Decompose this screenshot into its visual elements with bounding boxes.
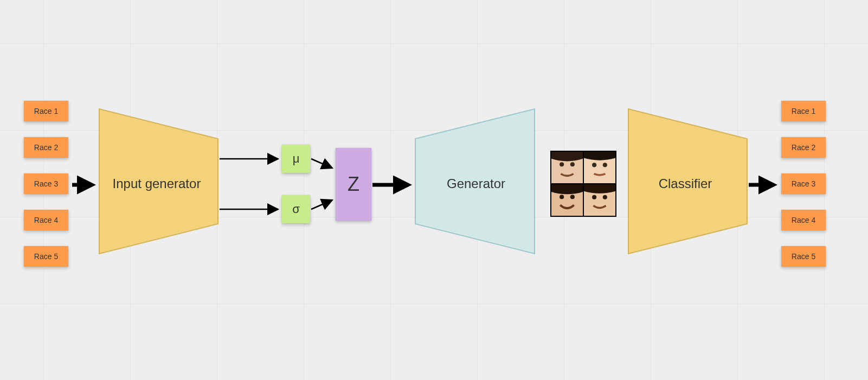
svg-point-11 [570, 195, 575, 199]
input-label-3: Race 3 [24, 173, 68, 194]
output-label-3: Race 3 [781, 173, 826, 194]
output-label-5: Race 5 [781, 246, 826, 267]
svg-point-13 [592, 195, 596, 199]
classifier-block: Classifier [628, 109, 747, 254]
face-icon [584, 184, 615, 216]
input-generator-label: Input generator [113, 176, 201, 191]
mu-block: μ [282, 145, 310, 173]
svg-point-14 [603, 195, 607, 199]
svg-point-10 [560, 195, 564, 199]
arrow-sigma-to-z [311, 200, 332, 209]
svg-point-4 [560, 162, 564, 166]
generated-faces [550, 151, 616, 217]
sigma-block: σ [282, 195, 310, 223]
input-label-4: Race 4 [24, 210, 68, 230]
face-icon [551, 184, 583, 216]
arrow-mu-to-z [311, 159, 332, 168]
output-label-4: Race 4 [781, 210, 826, 230]
svg-point-8 [603, 163, 607, 167]
face-icon [584, 152, 615, 183]
output-label-2: Race 2 [781, 137, 826, 158]
z-block: Z [336, 148, 371, 221]
diagram-canvas: Input generator Generator Classifier Rac… [0, 0, 868, 380]
face-icon [551, 152, 583, 183]
input-label-2: Race 2 [24, 137, 68, 158]
input-label-5: Race 5 [24, 246, 68, 267]
classifier-label: Classifier [659, 176, 712, 191]
shapes-layer: Input generator Generator Classifier [0, 0, 868, 380]
generator-block: Generator [415, 109, 535, 254]
svg-point-5 [570, 162, 575, 166]
output-label-1: Race 1 [781, 101, 826, 121]
svg-point-7 [592, 163, 596, 167]
input-generator-block: Input generator [99, 109, 218, 254]
input-label-1: Race 1 [24, 101, 68, 121]
generator-label: Generator [447, 176, 505, 191]
